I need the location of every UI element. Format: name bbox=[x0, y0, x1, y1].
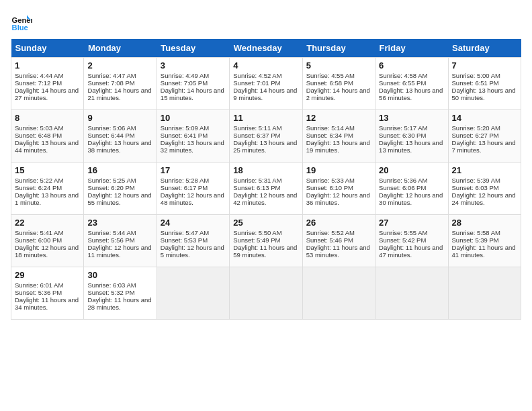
calendar-day-27: 27Sunrise: 5:55 AMSunset: 5:42 PMDayligh… bbox=[375, 215, 448, 267]
calendar-empty-cell bbox=[230, 267, 302, 320]
calendar-day-26: 26Sunrise: 5:52 AMSunset: 5:46 PMDayligh… bbox=[302, 215, 375, 267]
header-monday: Monday bbox=[84, 39, 157, 58]
calendar-day-7: 7Sunrise: 5:00 AMSunset: 6:51 PMDaylight… bbox=[448, 58, 521, 110]
header-tuesday: Tuesday bbox=[157, 39, 229, 58]
calendar-day-23: 23Sunrise: 5:44 AMSunset: 5:56 PMDayligh… bbox=[84, 215, 157, 267]
calendar-day-15: 15Sunrise: 5:22 AMSunset: 6:24 PMDayligh… bbox=[11, 163, 84, 215]
calendar-day-5: 5Sunrise: 4:55 AMSunset: 6:58 PMDaylight… bbox=[302, 58, 375, 110]
calendar-day-12: 12Sunrise: 5:14 AMSunset: 6:34 PMDayligh… bbox=[302, 110, 375, 163]
calendar-empty-cell bbox=[302, 267, 375, 320]
header-saturday: Saturday bbox=[448, 39, 521, 58]
calendar-day-10: 10Sunrise: 5:09 AMSunset: 6:41 PMDayligh… bbox=[157, 110, 229, 163]
calendar-week-1: 1Sunrise: 4:44 AMSunset: 7:12 PMDaylight… bbox=[11, 58, 521, 110]
calendar-empty-cell bbox=[375, 267, 448, 320]
calendar-day-8: 8Sunrise: 5:03 AMSunset: 6:48 PMDaylight… bbox=[11, 110, 84, 163]
logo: General Blue bbox=[11, 11, 32, 32]
calendar-header-row: SundayMondayTuesdayWednesdayThursdayFrid… bbox=[11, 39, 521, 58]
calendar-empty-cell bbox=[448, 267, 521, 320]
calendar-day-11: 11Sunrise: 5:11 AMSunset: 6:37 PMDayligh… bbox=[230, 110, 302, 163]
calendar-day-25: 25Sunrise: 5:50 AMSunset: 5:49 PMDayligh… bbox=[230, 215, 302, 267]
calendar-day-3: 3Sunrise: 4:49 AMSunset: 7:05 PMDaylight… bbox=[157, 58, 229, 110]
calendar-week-2: 8Sunrise: 5:03 AMSunset: 6:48 PMDaylight… bbox=[11, 110, 521, 163]
calendar-day-17: 17Sunrise: 5:28 AMSunset: 6:17 PMDayligh… bbox=[157, 163, 229, 215]
calendar-day-21: 21Sunrise: 5:39 AMSunset: 6:03 PMDayligh… bbox=[448, 163, 521, 215]
calendar-empty-cell bbox=[157, 267, 229, 320]
page-header: General Blue bbox=[11, 11, 521, 32]
calendar-day-28: 28Sunrise: 5:58 AMSunset: 5:39 PMDayligh… bbox=[448, 215, 521, 267]
calendar-day-6: 6Sunrise: 4:58 AMSunset: 6:55 PMDaylight… bbox=[375, 58, 448, 110]
calendar-day-18: 18Sunrise: 5:31 AMSunset: 6:13 PMDayligh… bbox=[230, 163, 302, 215]
calendar-day-20: 20Sunrise: 5:36 AMSunset: 6:06 PMDayligh… bbox=[375, 163, 448, 215]
calendar-table: SundayMondayTuesdayWednesdayThursdayFrid… bbox=[11, 39, 521, 320]
calendar-day-9: 9Sunrise: 5:06 AMSunset: 6:44 PMDaylight… bbox=[84, 110, 157, 163]
calendar-day-24: 24Sunrise: 5:47 AMSunset: 5:53 PMDayligh… bbox=[157, 215, 229, 267]
header-wednesday: Wednesday bbox=[230, 39, 302, 58]
logo-icon: General Blue bbox=[11, 11, 32, 32]
header-sunday: Sunday bbox=[11, 39, 84, 58]
calendar-day-14: 14Sunrise: 5:20 AMSunset: 6:27 PMDayligh… bbox=[448, 110, 521, 163]
calendar-day-19: 19Sunrise: 5:33 AMSunset: 6:10 PMDayligh… bbox=[302, 163, 375, 215]
svg-text:Blue: Blue bbox=[12, 24, 28, 32]
calendar-day-16: 16Sunrise: 5:25 AMSunset: 6:20 PMDayligh… bbox=[84, 163, 157, 215]
svg-text:General: General bbox=[12, 16, 32, 24]
calendar-day-4: 4Sunrise: 4:52 AMSunset: 7:01 PMDaylight… bbox=[230, 58, 302, 110]
calendar-day-13: 13Sunrise: 5:17 AMSunset: 6:30 PMDayligh… bbox=[375, 110, 448, 163]
calendar-week-4: 22Sunrise: 5:41 AMSunset: 6:00 PMDayligh… bbox=[11, 215, 521, 267]
calendar-day-2: 2Sunrise: 4:47 AMSunset: 7:08 PMDaylight… bbox=[84, 58, 157, 110]
calendar-day-1: 1Sunrise: 4:44 AMSunset: 7:12 PMDaylight… bbox=[11, 58, 84, 110]
header-thursday: Thursday bbox=[302, 39, 375, 58]
calendar-day-30: 30Sunrise: 6:03 AMSunset: 5:32 PMDayligh… bbox=[84, 267, 157, 320]
calendar-week-5: 29Sunrise: 6:01 AMSunset: 5:36 PMDayligh… bbox=[11, 267, 521, 320]
calendar-day-29: 29Sunrise: 6:01 AMSunset: 5:36 PMDayligh… bbox=[11, 267, 84, 320]
calendar-week-3: 15Sunrise: 5:22 AMSunset: 6:24 PMDayligh… bbox=[11, 163, 521, 215]
header-friday: Friday bbox=[375, 39, 448, 58]
calendar-day-22: 22Sunrise: 5:41 AMSunset: 6:00 PMDayligh… bbox=[11, 215, 84, 267]
